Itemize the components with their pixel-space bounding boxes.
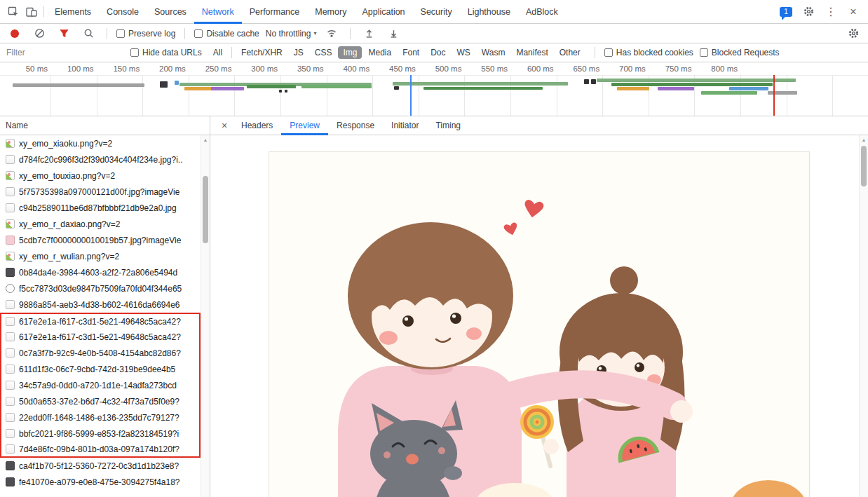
tab-console[interactable]: Console — [99, 0, 147, 24]
arrow-down-icon — [388, 28, 399, 39]
filter-chip-css[interactable]: CSS — [310, 46, 337, 59]
close-detail-button[interactable]: × — [216, 120, 233, 131]
detail-tab-response[interactable]: Response — [328, 116, 383, 135]
close-devtools-button[interactable]: × — [844, 3, 862, 21]
request-row[interactable]: 0b84da4e-3984-4603-a2f2-72a806e5494d — [0, 264, 201, 280]
tab-lighthouse[interactable]: Lighthouse — [460, 0, 518, 24]
tab-application[interactable]: Application — [354, 0, 412, 24]
request-row[interactable]: fe41070e-a079-e0e8-475e-3094275f4a18? — [0, 474, 201, 490]
filter-chip-all[interactable]: All — [208, 46, 227, 59]
request-list-panel: Name xy_emo_xiaoku.png?v=2d784fc20c996f3… — [0, 116, 210, 497]
scroll-up-button[interactable]: ▲ — [860, 135, 868, 144]
request-row[interactable]: xy_emo_xiaoku.png?v=2 — [0, 135, 201, 151]
request-row[interactable]: bbfc2021-9f86-5999-e853-f2a823184519?i — [0, 425, 201, 442]
request-row[interactable]: 0c7a3f7b-92c9-4e0b-5408-4154abc82d86? — [0, 345, 201, 361]
throttling-select[interactable]: No throttling ▾ — [266, 29, 317, 39]
filter-chip-media[interactable]: Media — [363, 46, 396, 59]
filter-chip-img[interactable]: Img — [338, 46, 362, 59]
filter-chip-manifest[interactable]: Manifest — [511, 46, 552, 59]
request-row[interactable]: 34c57a9d-0dd0-a720-1d1e-14adfa273bcd — [0, 377, 201, 393]
overview-bar — [13, 83, 144, 87]
scroll-up-button[interactable]: ▲ — [201, 135, 210, 144]
overview-tick-label: 300 ms — [237, 64, 278, 73]
clear-button[interactable] — [30, 25, 48, 43]
detail-tab-initiator[interactable]: Initiator — [383, 116, 427, 135]
has-blocked-cookies-checkbox[interactable]: Has blocked cookies — [604, 48, 693, 57]
detail-tab-headers[interactable]: Headers — [233, 116, 281, 135]
request-row[interactable]: xy_emo_r_wulian.png?v=2 — [0, 248, 201, 264]
request-name: bbfc2021-9f86-5999-e853-f2a823184519?i — [19, 429, 179, 439]
tab-network[interactable]: Network — [194, 0, 242, 24]
gear-icon — [803, 6, 814, 17]
scrollbar-thumb[interactable] — [203, 176, 208, 243]
tab-performance[interactable]: Performance — [242, 0, 308, 24]
file-icon — [6, 300, 15, 309]
overview-tick-label: 600 ms — [513, 64, 554, 73]
request-row[interactable]: 22edd0ff-1648-1486-e136-235dd7c79127? — [0, 409, 201, 425]
preview-scrollbar[interactable]: ▲ — [859, 135, 868, 497]
preserve-log-label: Preserve log — [128, 29, 175, 39]
tab-adblock[interactable]: AdBlock — [518, 0, 566, 24]
request-row[interactable]: 5cdb7c7f0000000010019b57.jpg?imageVie — [0, 232, 201, 248]
request-row[interactable]: 611d1f3c-06c7-9cbd-742d-319be9dee4b5 — [0, 361, 201, 377]
settings-button[interactable] — [799, 3, 818, 21]
request-row[interactable]: f5cc7873d03de9847b7509fa70fd04f344e65 — [0, 280, 201, 297]
tab-sources[interactable]: Sources — [147, 0, 194, 24]
request-row[interactable]: 617e2e1a-f617-c3d1-5e21-49648c5aca42? — [0, 313, 201, 329]
checkbox-box — [700, 48, 708, 57]
file-icon — [6, 381, 15, 390]
inspect-element-button[interactable] — [4, 3, 22, 21]
import-har-button[interactable] — [360, 25, 378, 43]
file-icon — [6, 413, 15, 422]
hide-data-urls-label: Hide data URLs — [142, 48, 202, 57]
overflow-menu-button[interactable]: ⋮ — [822, 3, 840, 21]
request-row[interactable]: xy_emo_r_daxiao.png?v=2 — [0, 216, 201, 232]
request-row[interactable]: 617e2e1a-f617-c3d1-5e21-49648c5aca42? — [0, 329, 201, 345]
filter-chip-js[interactable]: JS — [289, 46, 308, 59]
request-row[interactable]: 50d0a653-37e2-b6d7-4c32-4f73a7d5f0e9? — [0, 393, 201, 409]
scrollbar-thumb[interactable] — [861, 146, 867, 186]
tab-elements[interactable]: Elements — [47, 0, 99, 24]
hide-data-urls-checkbox[interactable]: Hide data URLs — [130, 48, 202, 57]
request-name: xy_emo_xiaoku.png?v=2 — [19, 139, 112, 149]
request-row[interactable]: 5f75735398a097000121d00f.jpg?imageVie — [0, 184, 201, 200]
filter-chip-font[interactable]: Font — [398, 46, 424, 59]
overview-strip[interactable]: 50 ms100 ms150 ms200 ms250 ms300 ms350 m… — [0, 62, 868, 116]
overview-bar — [658, 87, 694, 90]
gear-icon — [848, 28, 859, 39]
issues-badge[interactable]: 1 — [780, 7, 792, 17]
request-list-scrollbar[interactable]: ▲ — [201, 135, 210, 497]
network-settings-button[interactable] — [844, 25, 862, 43]
filter-chip-other[interactable]: Other — [555, 46, 585, 59]
search-button[interactable] — [79, 25, 97, 43]
overview-tick-label: 50 ms — [7, 64, 48, 73]
request-row[interactable]: 7d4e86fc-09b4-801b-d03a-097a174b120f? — [0, 442, 201, 458]
filter-toggle-button[interactable] — [55, 25, 73, 43]
filter-chip-fetch-xhr[interactable]: Fetch/XHR — [236, 46, 287, 59]
record-button[interactable] — [6, 25, 24, 43]
request-row[interactable]: d784fc20c996f3d2f39d034c404f234e.jpg?i.. — [0, 151, 201, 168]
disable-cache-checkbox[interactable]: Disable cache — [194, 29, 259, 39]
chevron-down-icon: ▾ — [313, 30, 316, 36]
export-har-button[interactable] — [384, 25, 402, 43]
file-icon — [6, 477, 15, 486]
file-icon — [6, 429, 15, 438]
detail-tab-preview[interactable]: Preview — [281, 116, 328, 135]
detail-tab-timing[interactable]: Timing — [427, 116, 469, 135]
filter-chip-ws[interactable]: WS — [452, 46, 475, 59]
request-row[interactable]: ca4f1b70-5f12-5360-7272-0c3d1d1b23e8? — [0, 458, 201, 474]
blocked-requests-checkbox[interactable]: Blocked Requests — [700, 48, 780, 57]
request-row[interactable]: xy_emo_touxiao.png?v=2 — [0, 168, 201, 184]
filter-chip-wasm[interactable]: Wasm — [477, 46, 510, 59]
tab-security[interactable]: Security — [413, 0, 460, 24]
filter-input[interactable] — [6, 48, 124, 57]
name-column-header[interactable]: Name — [0, 116, 210, 135]
request-row[interactable]: 9886a854-aeb3-4d38-b602-4616da6694e6 — [0, 297, 201, 313]
request-row[interactable]: c94b2589011be6d87bfbbbf21db9e2a0.jpg — [0, 200, 201, 216]
overview-bar — [729, 87, 768, 90]
network-conditions-button[interactable] — [323, 25, 341, 43]
tab-memory[interactable]: Memory — [307, 0, 354, 24]
filter-chip-doc[interactable]: Doc — [426, 46, 450, 59]
device-toolbar-button[interactable] — [22, 3, 41, 21]
preserve-log-checkbox[interactable]: Preserve log — [116, 29, 175, 39]
